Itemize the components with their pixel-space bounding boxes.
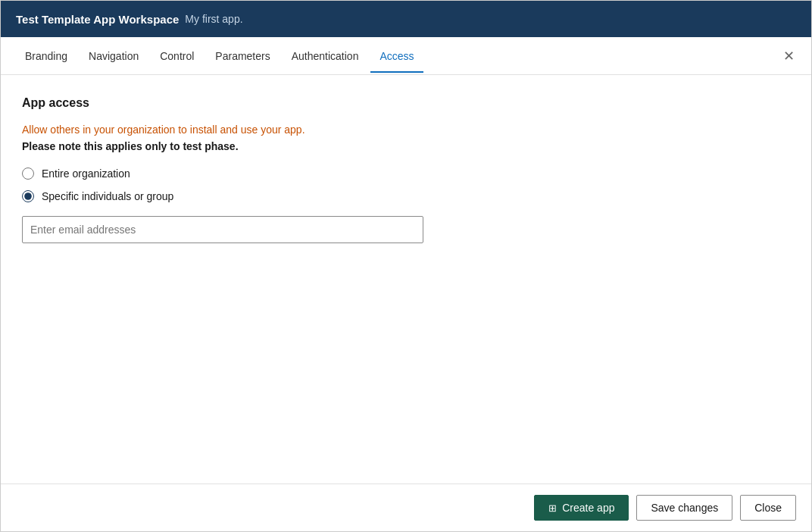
modal-container: Test Template App Workspace My first app… — [0, 0, 812, 532]
tab-control[interactable]: Control — [151, 39, 203, 73]
modal-header: Test Template App Workspace My first app… — [1, 1, 811, 37]
radio-entire-org-input[interactable] — [22, 167, 34, 180]
radio-entire-org[interactable]: Entire organization — [22, 167, 790, 180]
tab-navigation[interactable]: Navigation — [80, 39, 148, 73]
close-icon[interactable]: ✕ — [779, 46, 799, 66]
workspace-title: Test Template App Workspace — [16, 13, 179, 26]
tab-access[interactable]: Access — [370, 39, 423, 73]
tab-authentication[interactable]: Authentication — [283, 39, 368, 73]
radio-specific[interactable]: Specific individuals or group — [22, 190, 790, 202]
modal-footer: ⊞ Create app Save changes Close — [1, 483, 811, 531]
modal-body: App access Allow others in your organiza… — [1, 75, 811, 483]
tabs-bar: Branding Navigation Control Parameters A… — [1, 37, 811, 75]
tab-parameters[interactable]: Parameters — [206, 39, 279, 73]
create-app-button[interactable]: ⊞ Create app — [534, 495, 629, 521]
access-description: Allow others in your organization to ins… — [22, 124, 790, 136]
radio-entire-org-label: Entire organization — [42, 167, 130, 180]
tab-branding[interactable]: Branding — [16, 39, 77, 73]
close-button[interactable]: Close — [740, 495, 796, 521]
app-subtitle: My first app. — [185, 13, 242, 25]
section-title: App access — [22, 96, 790, 110]
radio-specific-input[interactable] — [22, 190, 34, 202]
create-icon: ⊞ — [548, 502, 557, 514]
description-text: Allow others in your organization to ins… — [22, 124, 305, 136]
radio-specific-label: Specific individuals or group — [42, 190, 173, 202]
create-app-label: Create app — [562, 502, 614, 514]
access-note: Please note this applies only to test ph… — [22, 140, 790, 152]
save-changes-button[interactable]: Save changes — [636, 495, 732, 521]
access-radio-group: Entire organization Specific individuals… — [22, 167, 790, 202]
email-input[interactable] — [22, 216, 423, 243]
